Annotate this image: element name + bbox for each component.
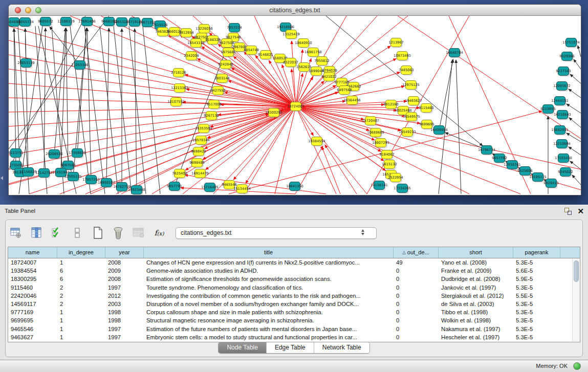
table-row[interactable]: 977716911998Corpus callosum shape and si… — [8, 308, 580, 316]
float-panel-icon[interactable] — [564, 207, 572, 215]
graph-node[interactable]: 16549233 — [399, 128, 416, 138]
table-vertical-scrollbar[interactable] — [572, 259, 580, 342]
column-header-in_degree[interactable]: in_degree — [57, 247, 105, 258]
column-header-out_de[interactable]: △out_de... — [394, 247, 439, 258]
graph-node[interactable]: 9329366 — [559, 52, 574, 62]
table-row[interactable]: 1456911722003Disruption of a novel membe… — [8, 300, 580, 308]
graph-node[interactable]: 12975125 — [402, 81, 420, 91]
graph-node[interactable]: 7955812 — [314, 57, 329, 67]
graph-node[interactable]: 1615132 — [382, 160, 397, 170]
select-all-checks-icon[interactable] — [50, 226, 64, 240]
graph-node[interactable]: 12213363 — [171, 84, 188, 94]
graph-node[interactable]: 7485063 — [399, 66, 413, 76]
panel-collapse-arrow-icon[interactable] — [1, 176, 3, 180]
graph-node[interactable]: 9227343 — [556, 67, 571, 77]
graph-node[interactable]: 9146821 — [258, 51, 273, 61]
table-row[interactable]: 1938455462009Genome-wide association stu… — [8, 267, 580, 275]
column-header-title[interactable]: title — [144, 247, 394, 258]
tab-network-table[interactable]: Network Table — [314, 342, 369, 353]
graph-node[interactable]: 9267130 — [204, 112, 219, 122]
graph-node[interactable]: 10688609 — [367, 128, 384, 139]
trash-icon[interactable] — [111, 226, 125, 240]
graph-node[interactable]: 9242848 — [218, 60, 233, 71]
graph-node[interactable]: 8186328 — [205, 36, 220, 46]
tab-edge-table[interactable]: Edge Table — [267, 342, 314, 353]
tab-node-table[interactable]: Node Table — [219, 342, 267, 353]
graph-node[interactable]: 18641350 — [286, 182, 303, 192]
table-row[interactable]: 946362711997Embryonic stem cells: a mode… — [8, 333, 580, 341]
column-header-year[interactable]: year — [105, 247, 144, 258]
graph-node[interactable]: 7625402 — [172, 169, 187, 180]
graph-node[interactable]: 17691406 — [78, 17, 96, 28]
rows-icon[interactable] — [70, 226, 84, 240]
table-row[interactable]: 1872400712008Changes of HCN gene express… — [8, 258, 580, 267]
graph-node[interactable]: 9427552 — [210, 86, 225, 97]
column-header-name[interactable]: name — [8, 247, 57, 258]
function-icon[interactable]: f(x) — [152, 226, 166, 240]
graph-node[interactable]: 18640910 — [295, 39, 312, 49]
graph-node[interactable]: 2342004 — [184, 52, 199, 62]
table-settings-icon[interactable] — [9, 226, 23, 240]
graph-node[interactable]: 16210643 — [554, 111, 571, 121]
table-row[interactable]: 2242004622012Investigating the contribut… — [8, 292, 580, 300]
graph-node[interactable]: 9698489 — [189, 159, 204, 169]
column-header-short[interactable]: short — [439, 247, 513, 258]
graph-node[interactable]: 16914479 — [191, 169, 209, 180]
network-window[interactable]: citations_edges.txt 18724007150465511805… — [8, 4, 581, 195]
graph-node[interactable]: 12093872 — [553, 82, 571, 92]
graph-node[interactable]: 12142757 — [35, 169, 53, 179]
graph-node[interactable]: 17334265 — [394, 184, 411, 194]
graph-node[interactable]: 9605572 — [38, 17, 53, 28]
graph-node[interactable]: 9857791 — [167, 182, 182, 192]
graph-node[interactable]: 9184067 — [379, 150, 394, 161]
graph-node[interactable]: 9115460 — [419, 104, 433, 114]
graph-node[interactable]: 15716485 — [201, 183, 219, 193]
table-row[interactable]: 969969511998Structural magnetic resonanc… — [8, 316, 580, 324]
network-canvas[interactable]: 1872400715046551180557249605572121863191… — [9, 16, 581, 195]
graph-node[interactable]: 15751074 — [562, 38, 580, 49]
citation-network-graph[interactable]: 1872400715046551180557249605572121863191… — [9, 16, 581, 195]
graph-node[interactable]: 9857792 — [492, 154, 507, 164]
graph-node[interactable]: 8929413 — [543, 179, 558, 189]
graph-node[interactable]: 9245022 — [558, 168, 573, 178]
graph-node[interactable]: 17359928 — [69, 149, 86, 159]
column-header-pagerank[interactable]: pagerank — [513, 247, 560, 258]
graph-node[interactable]: 9698422 — [191, 147, 206, 158]
graph-node[interactable]: 10107552 — [167, 98, 185, 108]
table-source-select[interactable]: citations_edges.txt — [176, 227, 377, 239]
graph-node[interactable]: 14138141 — [371, 181, 388, 191]
graph-node[interactable]: 19463627 — [405, 97, 422, 107]
graph-node[interactable]: 1975685 — [221, 48, 235, 58]
graph-node[interactable]: 17957253 — [82, 176, 100, 186]
close-panel-icon[interactable]: ✕ — [577, 207, 584, 215]
graph-node[interactable]: 12210694 — [553, 140, 571, 150]
graph-node[interactable]: 17103438 — [555, 154, 572, 164]
table-row[interactable]: 911546021997Tourette syndrome. Phenomeno… — [8, 283, 580, 292]
graph-node[interactable]: 20364456 — [343, 96, 361, 106]
graph-node[interactable]: 20206536 — [46, 150, 63, 160]
graph-node[interactable]: 6497568 — [337, 86, 352, 96]
graph-node[interactable]: 18578344 — [192, 136, 210, 146]
graph-node[interactable]: 15720407 — [362, 117, 379, 127]
graph-node[interactable]: 2718126 — [171, 69, 186, 79]
graph-node[interactable]: 10973493 — [394, 52, 411, 62]
graph-node[interactable]: 12186319 — [57, 17, 75, 28]
graph-node[interactable]: 12444151 — [551, 97, 569, 107]
graph-node[interactable]: 3912954 — [179, 29, 193, 39]
table-row[interactable]: 946554611997Estimation of the future num… — [8, 325, 580, 333]
graph-node[interactable]: 15692931 — [551, 126, 569, 136]
graph-node[interactable]: 9123751 — [9, 149, 24, 159]
table-row[interactable]: 1830029562008Estimation of significance … — [8, 275, 580, 283]
table-column-icon[interactable] — [29, 226, 43, 240]
graph-node[interactable]: 2803144 — [214, 74, 229, 84]
graph-node[interactable]: 2522954 — [388, 173, 403, 184]
graph-node[interactable]: 9517008 — [206, 100, 221, 111]
graph-node[interactable]: 8322037 — [283, 58, 298, 69]
new-document-icon[interactable] — [91, 226, 105, 240]
graph-node[interactable]: 7857224 — [227, 24, 242, 34]
graph-node[interactable]: 18807293 — [372, 139, 389, 149]
network-window-titlebar[interactable]: citations_edges.txt — [9, 5, 581, 16]
scrollbar-thumb[interactable] — [574, 260, 579, 282]
graph-node[interactable]: 16958107 — [98, 179, 115, 189]
graph-node[interactable]: 1213967 — [388, 38, 403, 49]
